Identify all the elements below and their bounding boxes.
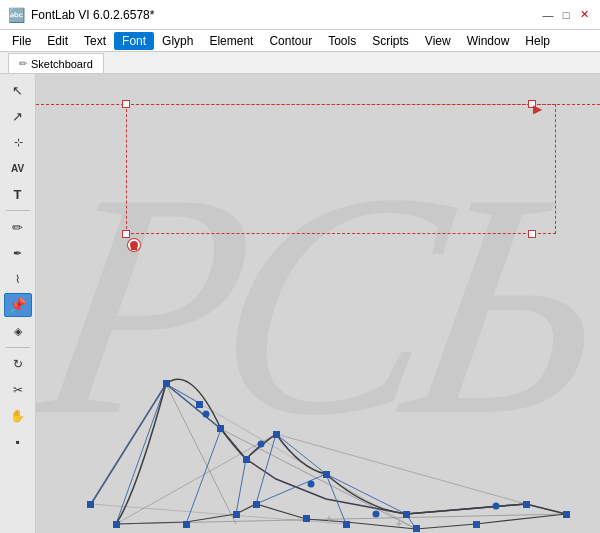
menu-element[interactable]: Element (201, 32, 261, 50)
tab-icon: ✏ (19, 58, 27, 69)
separator-1 (6, 210, 30, 211)
svg-line-11 (236, 459, 246, 514)
eraser-tool[interactable]: ◈ (4, 319, 32, 343)
svg-line-10 (186, 429, 221, 524)
maximize-button[interactable]: □ (558, 7, 574, 23)
canvas-area[interactable]: РСЬ ▶ (36, 74, 600, 533)
svg-rect-42 (563, 511, 570, 518)
svg-line-12 (256, 434, 276, 504)
app-title: FontLab VI 6.0.2.6578* (31, 8, 154, 22)
svg-line-9 (116, 384, 166, 524)
svg-line-0 (91, 384, 166, 504)
svg-line-18 (276, 434, 526, 504)
svg-line-6 (326, 474, 406, 514)
menu-file[interactable]: File (4, 32, 39, 50)
knife-tool[interactable]: ✂ (4, 378, 32, 402)
hand-tool[interactable]: ✋ (4, 404, 32, 428)
toolbar: ↖ ↗ ⊹ AV T ✏ ✒ ⌇ 📌 ◈ ↻ ✂ ✋ ▪ (0, 74, 36, 533)
pin-tool[interactable]: 📌 (4, 293, 32, 317)
main-area: ↖ ↗ ⊹ AV T ✏ ✒ ⌇ 📌 ◈ ↻ ✂ ✋ ▪ РСЬ ▶ (0, 74, 600, 533)
menu-edit[interactable]: Edit (39, 32, 76, 50)
pen-tool[interactable]: ✒ (4, 241, 32, 265)
svg-rect-39 (413, 525, 420, 532)
svg-line-16 (166, 384, 236, 524)
app-icon: 🔤 (8, 7, 25, 23)
svg-line-2 (166, 384, 221, 429)
node-edit-tool[interactable]: ⊹ (4, 130, 32, 154)
top-right-arrow: ▶ (533, 102, 542, 116)
pointer-arrow-tool[interactable]: ↖ (4, 78, 32, 102)
svg-line-20 (256, 474, 326, 504)
menu-glyph[interactable]: Glyph (154, 32, 201, 50)
red-node-square (131, 244, 137, 250)
svg-line-15 (116, 514, 566, 524)
minimize-button[interactable]: — (540, 7, 556, 23)
svg-rect-41 (523, 501, 530, 508)
fill-tool[interactable]: ▪ (4, 430, 32, 454)
separator-2 (6, 347, 30, 348)
svg-line-14 (406, 514, 416, 529)
svg-rect-30 (217, 425, 224, 432)
svg-rect-37 (343, 521, 350, 528)
menu-view[interactable]: View (417, 32, 459, 50)
title-bar-controls: — □ ✕ (540, 7, 592, 23)
svg-line-17 (221, 429, 416, 529)
tab-bar: ✏ Sketchboard (0, 52, 600, 74)
select-arrow-tool[interactable]: ↗ (4, 104, 32, 128)
svg-line-4 (246, 434, 276, 459)
svg-line-3 (221, 429, 246, 459)
svg-rect-28 (163, 380, 170, 387)
tab-sketchboard[interactable]: ✏ Sketchboard (8, 53, 104, 73)
svg-rect-36 (323, 471, 330, 478)
svg-line-5 (276, 434, 326, 474)
svg-point-48 (373, 511, 380, 518)
title-bar: 🔤 FontLab VI 6.0.2.6578* — □ ✕ (0, 0, 600, 30)
svg-rect-34 (273, 431, 280, 438)
svg-point-47 (308, 481, 315, 488)
svg-line-7 (406, 504, 526, 514)
svg-rect-43 (183, 521, 190, 528)
title-bar-left: 🔤 FontLab VI 6.0.2.6578* (8, 7, 154, 23)
svg-rect-44 (113, 521, 120, 528)
svg-rect-33 (253, 501, 260, 508)
menu-bar: File Edit Text Font Glyph Element Contou… (0, 30, 600, 52)
menu-help[interactable]: Help (517, 32, 558, 50)
rotate-tool[interactable]: ↻ (4, 352, 32, 376)
svg-point-46 (258, 441, 265, 448)
svg-line-13 (326, 474, 346, 524)
svg-rect-31 (233, 511, 240, 518)
rapid-pen-tool[interactable]: ⌇ (4, 267, 32, 291)
svg-line-8 (526, 504, 566, 514)
bounding-box (126, 104, 556, 234)
svg-rect-35 (303, 515, 310, 522)
menu-font[interactable]: Font (114, 32, 154, 50)
close-button[interactable]: ✕ (576, 7, 592, 23)
svg-rect-27 (87, 501, 94, 508)
menu-text[interactable]: Text (76, 32, 114, 50)
svg-rect-38 (403, 511, 410, 518)
text-tool[interactable]: T (4, 182, 32, 206)
svg-line-1 (166, 384, 201, 404)
svg-line-19 (116, 434, 276, 524)
pencil-tool[interactable]: ✏ (4, 215, 32, 239)
svg-point-49 (493, 503, 500, 510)
svg-rect-32 (243, 456, 250, 463)
menu-scripts[interactable]: Scripts (364, 32, 417, 50)
kerning-tool[interactable]: AV (4, 156, 32, 180)
svg-line-22 (91, 504, 346, 524)
corner-br[interactable] (528, 230, 536, 238)
svg-point-45 (203, 411, 210, 418)
menu-contour[interactable]: Contour (261, 32, 320, 50)
svg-rect-29 (196, 401, 203, 408)
menu-tools[interactable]: Tools (320, 32, 364, 50)
corner-tl[interactable] (122, 100, 130, 108)
tab-label: Sketchboard (31, 58, 93, 70)
svg-line-21 (166, 384, 416, 529)
corner-bl[interactable] (122, 230, 130, 238)
svg-rect-40 (473, 521, 480, 528)
menu-window[interactable]: Window (459, 32, 518, 50)
